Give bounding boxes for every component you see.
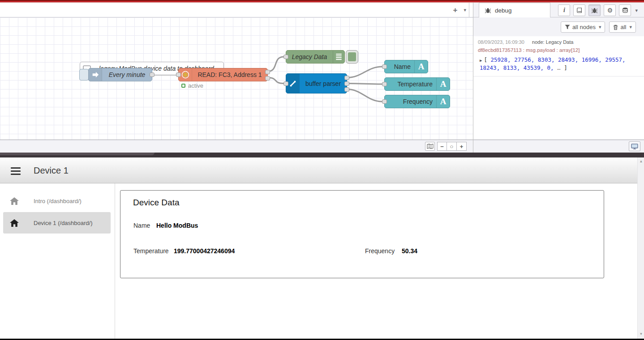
nav-item-device1[interactable]: Device 1 (/dashboard/) — [3, 212, 111, 234]
field-temperature-label: Temperature — [133, 247, 169, 255]
device-data-card: Device Data Name Hello ModBus Temperatur… — [120, 190, 604, 278]
parser-output-port-2[interactable] — [344, 81, 349, 86]
inject-node[interactable]: Every minute — [88, 68, 152, 81]
context-tab-button[interactable] — [619, 4, 631, 16]
nav-item-device1-label: Device 1 (/dashboard/) — [34, 220, 93, 226]
vertical-scrollbar[interactable]: ▲ ▼ — [637, 157, 644, 339]
status-square-icon — [181, 84, 185, 88]
field-frequency-label: Frequency — [365, 247, 395, 255]
bracket-close: ] — [564, 64, 567, 71]
parser-input-port[interactable] — [283, 81, 288, 86]
debug-message-payload[interactable]: ▶[ 25928, 27756, 8303, 28493, 16996, 295… — [478, 56, 640, 72]
parser-output-port-1[interactable] — [344, 76, 349, 80]
inject-node-label: Every minute — [102, 71, 152, 78]
card-title: Device Data — [133, 198, 180, 208]
dashboard-main: Device Data Name Hello ModBus Temperatur… — [115, 183, 637, 339]
dashboard: Device 1 Intro (/dashboard/) Device 1 (/… — [0, 157, 644, 339]
debug-input-port[interactable] — [283, 55, 288, 59]
dashboard-page-title: Device 1 — [34, 166, 69, 176]
wire[interactable] — [268, 57, 283, 72]
ui-text-node-name[interactable]: Name A — [384, 60, 428, 73]
scroll-up-arrow[interactable]: ▲ — [638, 159, 644, 163]
ui-frequency-input-port[interactable] — [382, 99, 387, 104]
tab-debug[interactable]: debug — [479, 3, 550, 18]
sidebar-toolbar: i ⚙ ▾ — [558, 4, 638, 16]
editor-footer: − ○ + — [0, 140, 473, 153]
field-frequency-value: 50.34 — [402, 247, 417, 255]
menu-hamburger-icon[interactable] — [11, 167, 21, 177]
buffer-parser-node[interactable]: buffer parser — [286, 73, 347, 94]
wire[interactable] — [268, 78, 283, 84]
ui-text-node-frequency[interactable]: Frequency A — [384, 95, 450, 108]
scroll-down-arrow[interactable]: ▼ — [638, 332, 644, 336]
home-icon — [9, 219, 20, 227]
debug-sidebar: debug i ⚙ ▾ all nodes ▾ — [473, 3, 644, 153]
wire[interactable] — [347, 84, 382, 85]
text-widget-icon: A — [414, 60, 428, 73]
debug-filter-label: all nodes — [572, 24, 596, 30]
debug-message-path: df8ecbd817357113 : msg.payload : array[1… — [478, 47, 640, 53]
wire[interactable] — [347, 89, 382, 102]
wire[interactable] — [347, 67, 382, 78]
nav-item-intro-label: Intro (/dashboard/) — [34, 198, 82, 204]
flow-list-caret-icon[interactable]: ▾ — [464, 8, 466, 13]
field-name-label: Name — [133, 222, 150, 229]
dashboard-header: Device 1 — [0, 157, 637, 183]
open-debug-window-button[interactable] — [629, 141, 640, 151]
debug-tab-button[interactable] — [588, 4, 601, 16]
debug-message-node-name[interactable]: Legacy Data — [546, 39, 574, 45]
flow-canvas[interactable]: legacy ModBus device data to dashboard E… — [0, 17, 473, 140]
debug-clear-button[interactable]: all ▾ — [609, 21, 636, 33]
config-tab-button[interactable]: ⚙ — [604, 4, 616, 16]
sidebar-menu-caret-icon[interactable]: ▾ — [635, 8, 638, 13]
zoom-reset-button[interactable]: ○ — [447, 142, 457, 151]
minimap-button[interactable] — [425, 142, 435, 151]
nav-item-intro[interactable]: Intro (/dashboard/) — [3, 190, 111, 212]
home-icon — [9, 197, 20, 205]
modbus-output-port-2[interactable] — [265, 76, 270, 81]
debug-payload-numbers: 25928, 27756, 8303, 28493, 16996, 29557,… — [480, 56, 626, 71]
debug-console-icon — [333, 51, 344, 63]
ui-text-node-temperature[interactable]: Temperature A — [384, 77, 450, 91]
flow-tabbar-actions: + ▾ — [453, 3, 469, 17]
bracket-open: [ — [484, 56, 487, 63]
field-name-value: Hello ModBus — [156, 222, 198, 229]
ui-temperature-input-port[interactable] — [382, 82, 387, 86]
expand-triangle-icon[interactable]: ▶ — [480, 58, 482, 63]
text-widget-icon: A — [436, 78, 450, 90]
text-widget-icon: A — [436, 95, 450, 108]
modbus-node-label: READ: FC3, Address 1 — [192, 71, 267, 78]
debug-message[interactable]: 08/09/2023, 16:09:30 node: Legacy Data d… — [473, 36, 644, 76]
debug-message-list: 08/09/2023, 16:09:30 node: Legacy Data d… — [473, 36, 644, 140]
filter-caret-icon: ▾ — [599, 24, 601, 30]
ui-name-input-port[interactable] — [382, 64, 387, 69]
modbus-node-status: active — [181, 82, 203, 89]
debug-filter-button[interactable]: all nodes ▾ — [561, 21, 605, 33]
window-divider-tab — [0, 153, 155, 155]
debug-enable-toggle[interactable] — [346, 50, 358, 64]
help-tab-button[interactable] — [573, 4, 585, 16]
parser-node-label: buffer parser — [300, 80, 347, 87]
debug-node[interactable]: Legacy Data — [286, 50, 345, 64]
inject-arrow-icon — [89, 68, 102, 81]
info-tab-button[interactable]: i — [558, 4, 570, 16]
zoom-in-button[interactable]: + — [457, 142, 467, 151]
modbus-output-port-1[interactable] — [265, 70, 270, 74]
app-root: + ▾ legacy ModBus device data to dashboa… — [0, 0, 644, 340]
inject-output-port[interactable] — [150, 72, 155, 77]
debug-clear-label: all — [620, 24, 626, 30]
bug-icon — [485, 8, 491, 13]
debug-message-timestamp: 08/09/2023, 16:09:30 — [478, 39, 524, 45]
status-text: active — [188, 82, 203, 89]
sidebar-footer — [473, 140, 644, 153]
modbus-read-node[interactable]: READ: FC3, Address 1 — [178, 68, 268, 81]
clear-caret-icon: ▾ — [629, 24, 632, 30]
debug-node-label: Legacy Data — [286, 53, 333, 60]
zoom-out-button[interactable]: − — [437, 142, 447, 151]
add-flow-button[interactable]: + — [453, 6, 458, 14]
modbus-input-port[interactable] — [176, 72, 181, 77]
inject-trigger-button[interactable] — [79, 69, 89, 81]
parser-output-port-3[interactable] — [344, 87, 349, 92]
tab-debug-label: debug — [495, 7, 512, 14]
flow-editor: + ▾ legacy ModBus device data to dashboa… — [0, 3, 473, 153]
